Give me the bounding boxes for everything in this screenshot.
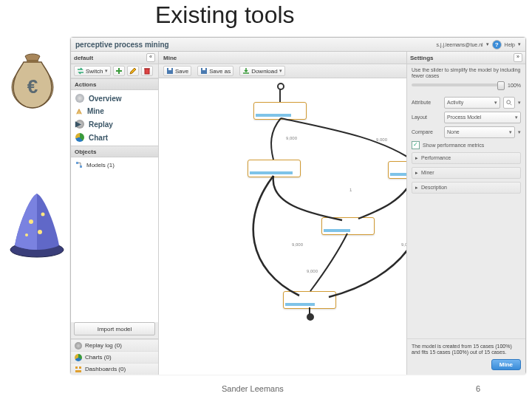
models-icon xyxy=(75,161,83,168)
right-collapse-button[interactable]: » xyxy=(514,53,522,62)
edge-label: 9,000 xyxy=(400,242,406,247)
mine-button[interactable]: Mine xyxy=(491,359,521,370)
edit-button[interactable] xyxy=(127,66,139,76)
node-d[interactable] xyxy=(321,217,375,235)
checkbox-icon: ✓ xyxy=(412,141,420,149)
attribute-search-button[interactable] xyxy=(503,97,515,109)
action-label: Replay xyxy=(89,120,113,129)
money-bag-icon: € xyxy=(7,52,58,111)
svg-point-6 xyxy=(38,230,42,234)
collapser-miner[interactable]: ▸Miner xyxy=(412,167,521,179)
footer-page-number: 6 xyxy=(476,384,480,393)
help-link[interactable]: Help xyxy=(505,42,515,47)
wizard-hat-icon xyxy=(7,192,66,259)
collapser-label: Performance xyxy=(421,155,451,160)
overview-icon xyxy=(75,94,84,103)
compare-select[interactable]: None▾ xyxy=(444,126,515,138)
app-name: perceptive process mining xyxy=(75,41,169,49)
app-window: perceptive process mining s.j.j.leemans@… xyxy=(70,37,526,375)
action-overview[interactable]: Overview xyxy=(71,92,158,105)
replay-icon: ▶ xyxy=(75,120,84,129)
edge xyxy=(279,89,281,102)
action-replay[interactable]: ▶Replay xyxy=(71,117,158,131)
left-panel: default « Switch▾ Actions Overview Mine xyxy=(71,52,159,375)
action-chart[interactable]: Chart xyxy=(71,131,158,144)
toolbar-label: Save xyxy=(175,68,188,75)
attribute-select[interactable]: Activity▾ xyxy=(444,97,500,109)
select-value: Process Model xyxy=(447,115,481,120)
svg-point-5 xyxy=(41,213,45,216)
right-tab-settings[interactable]: Settings xyxy=(410,55,434,61)
dashboards-icon xyxy=(75,366,82,373)
process-canvas[interactable]: 9,000 9,000 1 9,000 9,000 9,000 xyxy=(159,78,406,375)
slide-title: Existing tools xyxy=(155,1,295,29)
collapser-performance[interactable]: ▸Performance xyxy=(412,152,521,164)
node-b[interactable] xyxy=(248,160,301,177)
toolbar-label: Download xyxy=(251,68,278,75)
layout-select[interactable]: Process Model▾ xyxy=(444,112,521,123)
edge-label: 9,000 xyxy=(290,242,304,247)
edge-label: 9,000 xyxy=(305,269,319,273)
bottom-dashboards[interactable]: Dashboards (0) xyxy=(71,363,158,375)
svg-rect-9 xyxy=(76,162,78,164)
compare-label: Compare xyxy=(412,129,441,134)
objects-models[interactable]: Models (1) xyxy=(75,160,154,170)
layout-label: Layout xyxy=(412,115,441,120)
footer-author: Sander Leemans xyxy=(222,384,284,393)
simplify-slider[interactable] xyxy=(412,83,505,86)
bottom-charts[interactable]: Charts (0) xyxy=(71,351,158,363)
start-node xyxy=(277,83,284,90)
node-c[interactable] xyxy=(388,161,406,179)
select-value: Activity xyxy=(447,100,463,105)
slider-value: 100% xyxy=(508,83,521,88)
select-value: None xyxy=(447,129,460,134)
save-button[interactable]: Save xyxy=(163,66,191,76)
svg-rect-10 xyxy=(80,166,82,168)
collapser-description[interactable]: ▸Description xyxy=(412,182,521,194)
left-tab-default[interactable]: default xyxy=(74,55,93,61)
center-tab-mine[interactable]: Mine xyxy=(163,55,177,61)
edge-label: 9,000 xyxy=(284,136,299,140)
bottom-replaylog[interactable]: Replay log (0) xyxy=(71,339,158,351)
edge-label: 1 xyxy=(348,188,353,192)
collapser-label: Miner xyxy=(421,170,434,175)
checkbox-label: Show performance metrics xyxy=(423,143,484,148)
svg-rect-2 xyxy=(27,60,38,63)
node-a[interactable] xyxy=(253,102,307,120)
toolbar-label: Save as xyxy=(209,68,231,75)
objects-label: Models (1) xyxy=(86,162,115,168)
collapser-label: Description xyxy=(421,185,447,190)
saveas-button[interactable]: Save as xyxy=(197,66,233,76)
settings-hint: Use the slider to simplify the model by … xyxy=(412,67,521,80)
svg-rect-15 xyxy=(168,68,171,70)
action-mine[interactable]: Mine xyxy=(71,105,158,117)
action-label: Chart xyxy=(89,134,108,142)
svg-rect-12 xyxy=(79,366,81,369)
bottom-label: Replay log (0) xyxy=(85,342,122,349)
chart-icon xyxy=(75,133,84,142)
svg-point-7 xyxy=(25,233,28,236)
add-button[interactable] xyxy=(113,66,125,76)
svg-rect-8 xyxy=(145,69,149,74)
show-performance-checkbox[interactable]: ✓ Show performance metrics xyxy=(412,141,521,149)
svg-text:€: € xyxy=(27,75,38,98)
right-panel: Settings » Use the slider to simplify th… xyxy=(406,52,525,375)
switch-button[interactable]: Switch▾ xyxy=(74,66,111,76)
bottom-label: Dashboards (0) xyxy=(85,366,126,372)
import-model-button[interactable]: Import model xyxy=(74,322,155,335)
svg-rect-17 xyxy=(202,68,205,70)
action-label: Overview xyxy=(89,95,121,103)
switch-label: Switch xyxy=(86,68,103,75)
node-e[interactable] xyxy=(283,291,336,309)
bottom-label: Charts (0) xyxy=(85,354,112,361)
svg-point-4 xyxy=(29,219,33,224)
help-icon[interactable]: ? xyxy=(492,40,502,50)
svg-rect-11 xyxy=(75,366,78,369)
app-header: perceptive process mining s.j.j.leemans@… xyxy=(71,38,525,52)
download-button[interactable]: Download▾ xyxy=(239,66,285,76)
model-summary: The model is created from 15 cases (100%… xyxy=(412,344,521,357)
center-panel: Mine Save Save as Download▾ 9,000 9,000 … xyxy=(159,52,406,375)
delete-button[interactable] xyxy=(141,66,153,76)
left-collapse-button[interactable]: « xyxy=(146,53,155,62)
edge-label: 9,000 xyxy=(375,137,389,142)
